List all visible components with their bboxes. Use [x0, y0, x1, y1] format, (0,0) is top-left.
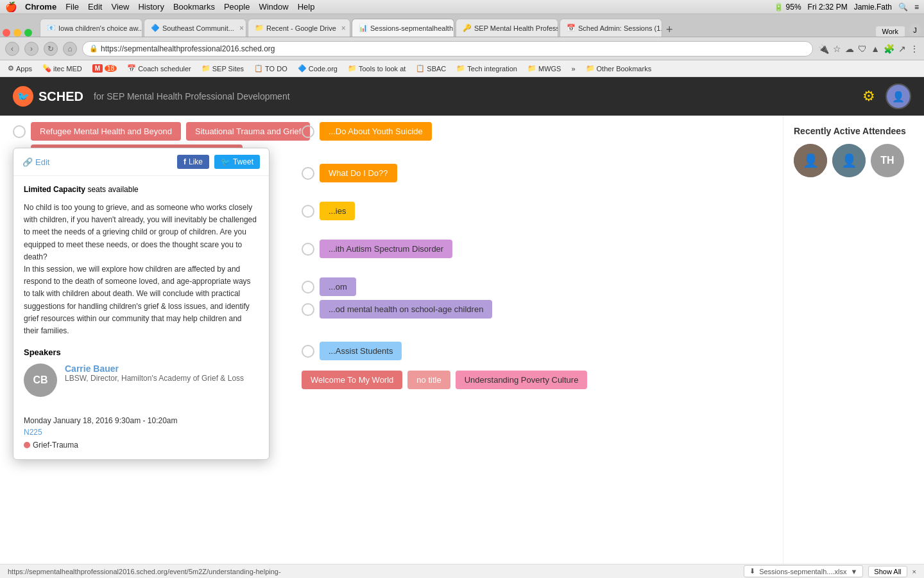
share-icon[interactable]: ↗ [898, 44, 906, 54]
more-icon[interactable]: ⋮ [910, 44, 919, 54]
address-bar: ‹ › ↻ ⌂ 🔒 https://sepmentalhealthprofess… [0, 37, 924, 60]
bookmark-mwgs[interactable]: 📁 MWGS [524, 63, 565, 74]
reload-button[interactable]: ↻ [44, 42, 58, 56]
new-tab-button[interactable]: + [666, 23, 673, 37]
bookmark-codeorg[interactable]: 🔷 Code.org [294, 63, 341, 74]
close-button[interactable] [3, 29, 10, 37]
user-avatar[interactable]: 👤 [886, 83, 911, 109]
download-arrow[interactable]: ▼ [850, 568, 857, 575]
cloud-icon[interactable]: ☁ [845, 44, 854, 54]
tab-3-close[interactable]: × [341, 24, 346, 33]
like-button[interactable]: f Like [177, 155, 209, 169]
bg-session-btn-5[interactable]: ...om [320, 277, 356, 296]
people-menu[interactable]: People [224, 2, 250, 12]
search-icon[interactable]: 🔍 [898, 3, 908, 12]
bg-session-btn-4[interactable]: ...ith Autism Spectrum Disorder [320, 240, 452, 258]
tab-2-close[interactable]: × [239, 24, 244, 33]
settings-icon[interactable]: ⚙ [862, 88, 875, 105]
file-menu[interactable]: File [65, 2, 79, 12]
bg-session-btn-6[interactable]: ...od mental health on school-age childr… [320, 300, 492, 319]
bg-session-4: ...ith Autism Spectrum Disorder [302, 240, 776, 258]
download-item[interactable]: ⬇ Sessions-sepmentalh....xlsx ▼ [744, 565, 863, 577]
bg-session-btn-9[interactable]: no title [407, 371, 450, 389]
edit-button[interactable]: 🔗 Edit [22, 157, 49, 167]
tab-5[interactable]: 🔑 SEP Mental Health Profess... × [456, 19, 558, 37]
bookmark-sepsites[interactable]: 📁 SEP Sites [198, 63, 248, 74]
bookmark-techintegration[interactable]: 📁 Tech integration [452, 63, 521, 74]
bookmark-calendar[interactable]: 📅 Coach scheduler [123, 63, 195, 74]
bg-radio-1[interactable] [302, 125, 314, 138]
bg-radio-4[interactable] [302, 243, 314, 256]
tab-2-favicon: 🔷 [151, 24, 160, 32]
tab-1[interactable]: 📧 Iowa children's choice aw... × [40, 19, 142, 37]
maximize-button[interactable] [24, 29, 32, 37]
url-text: https://sepmentalhealthprofessional2016.… [101, 44, 275, 53]
apps-icon: ⚙ [8, 64, 14, 73]
bg-session-btn-3[interactable]: ...ies [320, 202, 355, 220]
bg-radio-3[interactable] [302, 205, 314, 218]
url-input[interactable]: 🔒 https://sepmentalhealthprofessional201… [82, 41, 813, 57]
tab-1-label: Iowa children's choice aw... [58, 24, 142, 32]
edit-menu[interactable]: Edit [88, 2, 102, 12]
home-button[interactable]: ⌂ [63, 42, 77, 56]
history-menu[interactable]: History [138, 2, 164, 12]
extensions-icon[interactable]: 🔌 [818, 44, 829, 54]
drive-icon[interactable]: ▲ [871, 44, 880, 54]
bookmark-m1[interactable]: M 18 [89, 63, 121, 74]
tweet-button[interactable]: 🐦 Tweet [214, 155, 260, 169]
bookmarks-menu[interactable]: Bookmarks [173, 2, 215, 12]
profile-button[interactable]: J [909, 24, 921, 37]
bookmark-sbac[interactable]: 📋 SBAC [412, 63, 450, 74]
popup-room[interactable]: N225 [24, 428, 259, 437]
shield-icon[interactable]: 🛡 [858, 44, 867, 54]
help-menu[interactable]: Help [298, 2, 315, 12]
puzzle-icon[interactable]: 🧩 [884, 44, 894, 54]
page-wrapper: 🐦 SCHED for SEP Mental Health Profession… [0, 77, 924, 564]
main-container: Refugee Mental Health and Beyond Situati… [0, 116, 924, 564]
bookmark-more[interactable]: » [567, 64, 579, 74]
apple-menu[interactable]: 🍎 [5, 1, 17, 13]
chrome-menu[interactable]: Chrome [25, 2, 56, 12]
window-menu[interactable]: Window [259, 2, 288, 12]
bg-session-btn-2[interactable]: What Do I Do?? [320, 164, 397, 182]
bookmark-itecmed[interactable]: 💊 itec MED [38, 63, 86, 74]
tools-icon: 📁 [348, 64, 357, 73]
menu-icon[interactable]: ≡ [914, 3, 919, 12]
work-button[interactable]: Work [876, 26, 905, 37]
bg-session-btn-10[interactable]: Understanding Poverty Culture [456, 371, 588, 389]
attendee-avatar-1[interactable]: 👤 [794, 144, 827, 177]
tab-3[interactable]: 📁 Recent - Google Drive × [248, 19, 350, 37]
tab-4[interactable]: 📊 Sessions-sepmentalhealth... × [352, 19, 454, 37]
bookmark-other[interactable]: 📁 Other Bookmarks [582, 63, 656, 74]
back-button[interactable]: ‹ [5, 42, 19, 56]
tweet-label: Tweet [233, 157, 253, 166]
tab-2[interactable]: 🔷 Southeast Communit... × [144, 19, 246, 37]
bookmark-todo-label: TO DO [265, 65, 287, 73]
bookmark-todo[interactable]: 📋 TO DO [250, 63, 291, 74]
tab-6[interactable]: 📅 Sched Admin: Sessions (1... × [560, 19, 662, 37]
bg-radio-6[interactable] [302, 303, 314, 316]
popup-tag[interactable]: Grief-Trauma [24, 441, 78, 450]
bookmark-other-label: Other Bookmarks [597, 65, 652, 73]
show-all-button[interactable]: Show All [868, 566, 907, 577]
bookmark-apps[interactable]: ⚙ Apps [4, 63, 36, 74]
bg-radio-5[interactable] [302, 281, 314, 293]
logo-icon: 🐦 [13, 86, 33, 107]
mac-menubar: 🍎 Chrome File Edit View History Bookmark… [0, 0, 924, 14]
bg-radio-2[interactable] [302, 167, 314, 180]
close-downloads-icon[interactable]: × [912, 568, 916, 575]
speaker-name[interactable]: Carrie Bauer [65, 363, 244, 374]
user-name: Jamie.Fath [854, 3, 892, 12]
itecmed-icon: 💊 [42, 64, 51, 73]
bg-session-btn-8[interactable]: Welcome To My World [302, 371, 402, 389]
attendee-avatar-2[interactable]: 👤 [832, 144, 866, 177]
minimize-button[interactable] [13, 29, 21, 37]
bookmark-tools[interactable]: 📁 Tools to look at [344, 63, 409, 74]
forward-button[interactable]: › [24, 42, 38, 56]
bg-session-btn-1[interactable]: ...Do About Youth Suicide [320, 122, 432, 141]
star-icon[interactable]: ☆ [833, 44, 841, 54]
attendee-avatar-3[interactable]: TH [871, 144, 904, 177]
bg-radio-7[interactable] [302, 345, 314, 358]
bg-session-btn-7[interactable]: ...Assist Students [320, 342, 402, 360]
view-menu[interactable]: View [111, 2, 129, 12]
